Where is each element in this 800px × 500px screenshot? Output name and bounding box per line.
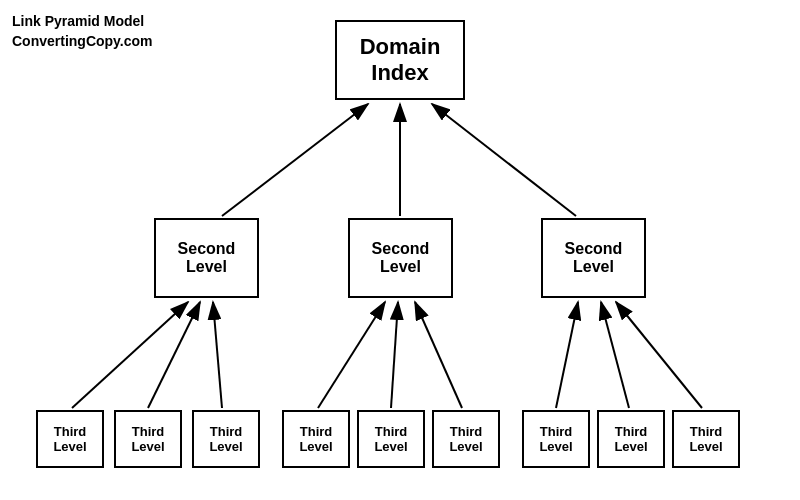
node-third-7-label: ThirdLevel	[539, 424, 572, 454]
node-third-6-label: ThirdLevel	[449, 424, 482, 454]
node-third-9: ThirdLevel	[672, 410, 740, 468]
node-second-2-label: SecondLevel	[372, 240, 430, 276]
node-third-3-label: ThirdLevel	[209, 424, 242, 454]
svg-line-7	[556, 302, 578, 408]
node-third-1-label: ThirdLevel	[53, 424, 86, 454]
node-top: DomainIndex	[335, 20, 465, 100]
node-second-3: SecondLevel	[541, 218, 646, 298]
node-top-label: DomainIndex	[360, 34, 441, 86]
node-third-9-label: ThirdLevel	[689, 424, 722, 454]
svg-line-10	[222, 104, 368, 216]
svg-line-12	[432, 104, 576, 216]
node-third-6: ThirdLevel	[432, 410, 500, 468]
svg-line-5	[391, 302, 398, 408]
svg-line-4	[318, 302, 385, 408]
node-second-2: SecondLevel	[348, 218, 453, 298]
branding: Link Pyramid Model ConvertingCopy.com	[12, 12, 153, 51]
svg-line-6	[415, 302, 462, 408]
branding-line2: ConvertingCopy.com	[12, 32, 153, 52]
node-third-7: ThirdLevel	[522, 410, 590, 468]
node-third-8-label: ThirdLevel	[614, 424, 647, 454]
node-second-1-label: SecondLevel	[178, 240, 236, 276]
node-third-8: ThirdLevel	[597, 410, 665, 468]
node-third-5-label: ThirdLevel	[374, 424, 407, 454]
branding-line1: Link Pyramid Model	[12, 12, 153, 32]
svg-line-8	[601, 302, 629, 408]
node-third-4-label: ThirdLevel	[299, 424, 332, 454]
svg-line-2	[148, 302, 200, 408]
node-third-5: ThirdLevel	[357, 410, 425, 468]
node-second-1: SecondLevel	[154, 218, 259, 298]
node-third-2: ThirdLevel	[114, 410, 182, 468]
svg-line-3	[213, 302, 222, 408]
node-third-3: ThirdLevel	[192, 410, 260, 468]
node-third-1: ThirdLevel	[36, 410, 104, 468]
node-second-3-label: SecondLevel	[565, 240, 623, 276]
node-third-2-label: ThirdLevel	[131, 424, 164, 454]
node-third-4: ThirdLevel	[282, 410, 350, 468]
svg-line-9	[616, 302, 702, 408]
svg-line-1	[72, 302, 188, 408]
